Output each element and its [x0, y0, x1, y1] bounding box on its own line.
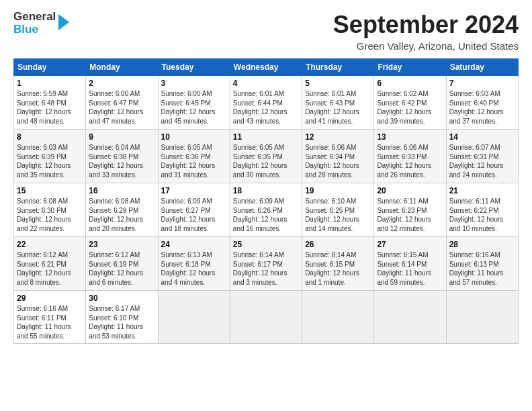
logo-text: General Blue — [13, 11, 56, 36]
calendar-cell: 29Sunrise: 6:16 AM Sunset: 6:11 PM Dayli… — [14, 291, 86, 344]
day-number: 30 — [89, 293, 154, 303]
calendar-cell — [158, 291, 230, 344]
calendar-table: SundayMondayTuesdayWednesdayThursdayFrid… — [13, 58, 519, 344]
day-number: 3 — [161, 79, 227, 88]
day-info: Sunrise: 6:03 AM Sunset: 6:40 PM Dayligh… — [449, 89, 515, 126]
page-header: General Blue September 2024 Green Valley… — [13, 11, 519, 52]
day-info: Sunrise: 6:14 AM Sunset: 6:15 PM Dayligh… — [305, 250, 371, 287]
calendar-cell: 30Sunrise: 6:17 AM Sunset: 6:10 PM Dayli… — [86, 291, 158, 344]
calendar-cell: 16Sunrise: 6:08 AM Sunset: 6:29 PM Dayli… — [86, 183, 158, 237]
day-info: Sunrise: 6:12 AM Sunset: 6:21 PM Dayligh… — [17, 250, 83, 287]
day-number: 7 — [449, 79, 515, 88]
day-info: Sunrise: 5:59 AM Sunset: 6:48 PM Dayligh… — [17, 89, 83, 126]
day-info: Sunrise: 6:15 AM Sunset: 6:14 PM Dayligh… — [377, 250, 443, 287]
calendar-cell: 13Sunrise: 6:06 AM Sunset: 6:33 PM Dayli… — [374, 130, 446, 183]
day-info: Sunrise: 6:13 AM Sunset: 6:18 PM Dayligh… — [161, 250, 227, 287]
calendar-cell: 20Sunrise: 6:11 AM Sunset: 6:23 PM Dayli… — [374, 183, 446, 237]
day-number: 26 — [305, 240, 371, 249]
calendar-week-4: 22Sunrise: 6:12 AM Sunset: 6:21 PM Dayli… — [14, 237, 519, 291]
logo-blue: Blue — [13, 23, 38, 36]
calendar-week-1: 1Sunrise: 5:59 AM Sunset: 6:48 PM Daylig… — [14, 76, 519, 130]
month-title: September 2024 — [333, 11, 519, 39]
day-info: Sunrise: 6:05 AM Sunset: 6:35 PM Dayligh… — [233, 143, 299, 179]
day-number: 20 — [377, 186, 443, 195]
col-header-tuesday: Tuesday — [158, 59, 230, 76]
col-header-wednesday: Wednesday — [230, 59, 302, 76]
day-number: 8 — [17, 132, 83, 142]
col-header-friday: Friday — [374, 59, 446, 76]
day-number: 13 — [377, 132, 443, 142]
col-header-saturday: Saturday — [446, 59, 518, 76]
calendar-cell — [374, 291, 446, 344]
calendar-page: General Blue September 2024 Green Valley… — [0, 0, 532, 411]
calendar-cell: 2Sunrise: 6:00 AM Sunset: 6:47 PM Daylig… — [86, 76, 158, 130]
day-info: Sunrise: 6:11 AM Sunset: 6:23 PM Dayligh… — [377, 197, 443, 233]
day-info: Sunrise: 6:08 AM Sunset: 6:29 PM Dayligh… — [89, 197, 154, 233]
day-info: Sunrise: 6:09 AM Sunset: 6:26 PM Dayligh… — [233, 197, 299, 233]
calendar-header-row: SundayMondayTuesdayWednesdayThursdayFrid… — [14, 59, 519, 76]
calendar-cell: 15Sunrise: 6:08 AM Sunset: 6:30 PM Dayli… — [14, 183, 86, 237]
day-info: Sunrise: 6:00 AM Sunset: 6:47 PM Dayligh… — [89, 89, 154, 126]
day-number: 25 — [233, 240, 299, 249]
calendar-cell: 12Sunrise: 6:06 AM Sunset: 6:34 PM Dayli… — [302, 130, 374, 183]
location-title: Green Valley, Arizona, United States — [333, 40, 519, 52]
calendar-cell: 3Sunrise: 6:00 AM Sunset: 6:45 PM Daylig… — [158, 76, 230, 130]
calendar-cell: 17Sunrise: 6:09 AM Sunset: 6:27 PM Dayli… — [158, 183, 230, 237]
calendar-cell: 1Sunrise: 5:59 AM Sunset: 6:48 PM Daylig… — [14, 76, 86, 130]
day-number: 23 — [89, 240, 154, 249]
calendar-cell: 22Sunrise: 6:12 AM Sunset: 6:21 PM Dayli… — [14, 237, 86, 291]
day-number: 24 — [161, 240, 227, 249]
calendar-cell: 21Sunrise: 6:11 AM Sunset: 6:22 PM Dayli… — [446, 183, 518, 237]
day-info: Sunrise: 6:08 AM Sunset: 6:30 PM Dayligh… — [17, 197, 83, 233]
calendar-cell — [446, 291, 518, 344]
day-number: 12 — [305, 132, 371, 142]
day-info: Sunrise: 6:10 AM Sunset: 6:25 PM Dayligh… — [305, 197, 371, 233]
day-info: Sunrise: 6:07 AM Sunset: 6:31 PM Dayligh… — [449, 143, 515, 179]
day-number: 5 — [305, 79, 371, 88]
calendar-cell: 26Sunrise: 6:14 AM Sunset: 6:15 PM Dayli… — [302, 237, 374, 291]
day-info: Sunrise: 6:02 AM Sunset: 6:42 PM Dayligh… — [377, 89, 443, 126]
day-number: 28 — [449, 240, 515, 249]
col-header-sunday: Sunday — [14, 59, 86, 76]
day-info: Sunrise: 6:14 AM Sunset: 6:17 PM Dayligh… — [233, 250, 299, 287]
day-number: 10 — [161, 132, 227, 142]
day-number: 11 — [233, 132, 299, 142]
calendar-cell — [302, 291, 374, 344]
calendar-cell: 9Sunrise: 6:04 AM Sunset: 6:38 PM Daylig… — [86, 130, 158, 183]
day-info: Sunrise: 6:12 AM Sunset: 6:19 PM Dayligh… — [89, 250, 154, 287]
day-info: Sunrise: 6:06 AM Sunset: 6:34 PM Dayligh… — [305, 143, 371, 179]
col-header-monday: Monday — [86, 59, 158, 76]
calendar-cell: 19Sunrise: 6:10 AM Sunset: 6:25 PM Dayli… — [302, 183, 374, 237]
logo-arrow-icon — [58, 14, 69, 30]
day-info: Sunrise: 6:00 AM Sunset: 6:45 PM Dayligh… — [161, 89, 227, 126]
day-number: 4 — [233, 79, 299, 88]
day-number: 1 — [17, 79, 83, 88]
day-number: 9 — [89, 132, 154, 142]
day-number: 17 — [161, 186, 227, 195]
col-header-thursday: Thursday — [302, 59, 374, 76]
day-info: Sunrise: 6:16 AM Sunset: 6:11 PM Dayligh… — [17, 304, 83, 340]
day-number: 27 — [377, 240, 443, 249]
calendar-cell: 4Sunrise: 6:01 AM Sunset: 6:44 PM Daylig… — [230, 76, 302, 130]
calendar-week-5: 29Sunrise: 6:16 AM Sunset: 6:11 PM Dayli… — [14, 291, 519, 344]
day-info: Sunrise: 6:01 AM Sunset: 6:43 PM Dayligh… — [305, 89, 371, 126]
calendar-cell: 24Sunrise: 6:13 AM Sunset: 6:18 PM Dayli… — [158, 237, 230, 291]
title-block: September 2024 Green Valley, Arizona, Un… — [333, 11, 519, 52]
calendar-cell: 25Sunrise: 6:14 AM Sunset: 6:17 PM Dayli… — [230, 237, 302, 291]
calendar-cell: 18Sunrise: 6:09 AM Sunset: 6:26 PM Dayli… — [230, 183, 302, 237]
day-number: 21 — [449, 186, 515, 195]
calendar-cell: 28Sunrise: 6:16 AM Sunset: 6:13 PM Dayli… — [446, 237, 518, 291]
calendar-cell: 10Sunrise: 6:05 AM Sunset: 6:36 PM Dayli… — [158, 130, 230, 183]
day-info: Sunrise: 6:17 AM Sunset: 6:10 PM Dayligh… — [89, 304, 154, 340]
day-info: Sunrise: 6:16 AM Sunset: 6:13 PM Dayligh… — [449, 250, 515, 287]
day-number: 14 — [449, 132, 515, 142]
day-number: 6 — [377, 79, 443, 88]
calendar-cell: 23Sunrise: 6:12 AM Sunset: 6:19 PM Dayli… — [86, 237, 158, 291]
calendar-cell: 8Sunrise: 6:03 AM Sunset: 6:39 PM Daylig… — [14, 130, 86, 183]
calendar-cell: 6Sunrise: 6:02 AM Sunset: 6:42 PM Daylig… — [374, 76, 446, 130]
logo-general: General — [13, 10, 56, 23]
day-number: 16 — [89, 186, 154, 195]
calendar-cell: 14Sunrise: 6:07 AM Sunset: 6:31 PM Dayli… — [446, 130, 518, 183]
day-number: 18 — [233, 186, 299, 195]
day-info: Sunrise: 6:11 AM Sunset: 6:22 PM Dayligh… — [449, 197, 515, 233]
